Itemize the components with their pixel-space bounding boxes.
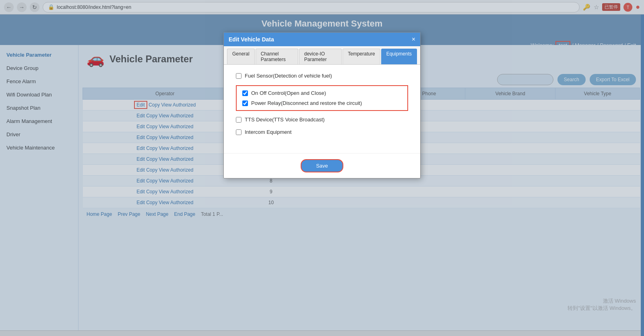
dialog-overlay: Edit Vehicle Data × General Channel Para… bbox=[0, 0, 644, 336]
edit-vehicle-dialog: Edit Vehicle Data × General Channel Para… bbox=[223, 32, 421, 178]
tts-device-label: TTS Device(TTS Voice Broadcast) bbox=[245, 117, 325, 123]
intercom-row: Intercom Equipment bbox=[236, 129, 408, 135]
onoff-control-checkbox[interactable] bbox=[242, 90, 248, 96]
tts-device-row: TTS Device(TTS Voice Broadcast) bbox=[236, 117, 408, 123]
dialog-close-button[interactable]: × bbox=[412, 36, 415, 43]
tab-channel-parameters[interactable]: Channel Parameters bbox=[256, 49, 298, 64]
tab-temperature[interactable]: Temperature bbox=[343, 49, 380, 64]
tts-device-checkbox[interactable] bbox=[236, 117, 242, 123]
highlighted-equipment-group: On Off Control(Open and Close) Power Rel… bbox=[236, 85, 408, 111]
onoff-control-label: On Off Control(Open and Close) bbox=[251, 90, 326, 96]
tab-general[interactable]: General bbox=[227, 49, 255, 64]
dialog-body: Fuel Sensor(Detection of vehicle fuel) O… bbox=[224, 65, 420, 153]
dialog-title: Edit Vehicle Data bbox=[229, 36, 274, 43]
intercom-checkbox[interactable] bbox=[236, 129, 242, 135]
tab-device-io[interactable]: device-IO Parameter bbox=[299, 49, 342, 64]
power-relay-label: Power Relay(Disconnect and restore the c… bbox=[251, 100, 362, 106]
fuel-sensor-checkbox[interactable] bbox=[236, 73, 242, 79]
dialog-footer: Save bbox=[224, 153, 420, 178]
fuel-sensor-label: Fuel Sensor(Detection of vehicle fuel) bbox=[245, 73, 332, 79]
tab-equipments[interactable]: Equipments bbox=[381, 49, 417, 64]
dialog-tabs: General Channel Parameters device-IO Par… bbox=[224, 46, 420, 65]
power-relay-row: Power Relay(Disconnect and restore the c… bbox=[242, 100, 402, 106]
onoff-control-row: On Off Control(Open and Close) bbox=[242, 90, 402, 96]
dialog-titlebar: Edit Vehicle Data × bbox=[224, 33, 420, 46]
save-button[interactable]: Save bbox=[301, 159, 343, 172]
power-relay-checkbox[interactable] bbox=[242, 100, 248, 106]
intercom-label: Intercom Equipment bbox=[245, 129, 291, 135]
fuel-sensor-row: Fuel Sensor(Detection of vehicle fuel) bbox=[236, 73, 408, 79]
